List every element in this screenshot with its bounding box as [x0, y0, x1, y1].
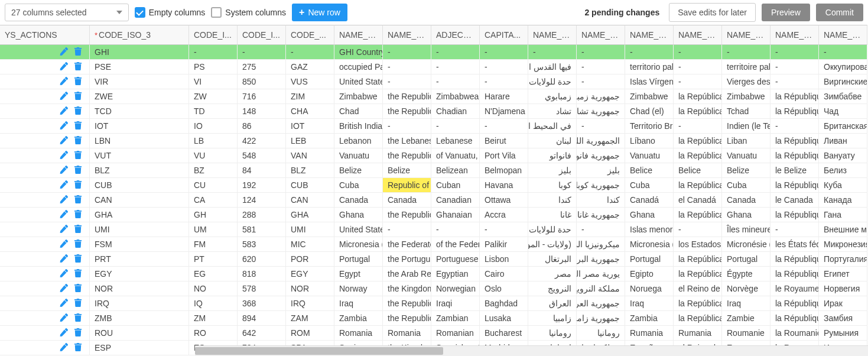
data-cell[interactable]: Egypt [334, 267, 383, 281]
data-cell[interactable]: - [819, 45, 867, 60]
data-cell[interactable]: Belize [722, 163, 771, 178]
data-cell[interactable]: United States [334, 222, 383, 237]
data-cell[interactable]: Líbano [625, 134, 674, 148]
data-cell[interactable]: PS [189, 60, 238, 75]
data-cell[interactable]: فانواتو [528, 148, 577, 163]
data-cell[interactable]: Portuguese [431, 252, 480, 267]
data-cell[interactable]: Zimbabwe [722, 89, 771, 104]
data-cell[interactable]: the Republic [383, 311, 431, 326]
data-cell[interactable]: - [674, 222, 722, 237]
data-cell[interactable]: - [238, 45, 286, 60]
data-cell[interactable]: Zambia [334, 311, 383, 326]
column-header[interactable]: NAME_F... [577, 25, 625, 45]
trash-icon[interactable] [74, 77, 83, 86]
data-cell[interactable]: Égypte [722, 267, 771, 281]
data-cell[interactable]: PRT [90, 252, 189, 267]
data-cell[interactable]: la République [771, 311, 819, 326]
data-cell[interactable]: la República c [674, 208, 722, 222]
data-cell[interactable]: Zimbabwe [334, 89, 383, 104]
data-cell[interactable]: Belize [383, 163, 431, 178]
data-cell[interactable]: Chad [334, 104, 383, 119]
data-cell[interactable]: la République [771, 104, 819, 119]
data-cell[interactable]: la République [771, 208, 819, 222]
trash-icon[interactable] [74, 166, 83, 175]
data-cell[interactable]: Вануату [819, 148, 867, 163]
data-cell[interactable]: the Republic [383, 208, 431, 222]
edit-icon[interactable] [60, 62, 69, 72]
data-cell[interactable]: - [383, 75, 431, 89]
data-cell[interactable]: 368 [238, 296, 286, 311]
data-cell[interactable]: ESP [90, 341, 189, 355]
data-cell[interactable]: GHA [286, 208, 334, 222]
data-cell[interactable]: 124 [238, 193, 286, 208]
edit-icon[interactable] [60, 166, 69, 175]
data-cell[interactable]: Ghana [625, 208, 674, 222]
data-cell[interactable]: GHI Country [334, 45, 383, 60]
data-cell[interactable]: Liban [722, 134, 771, 148]
data-cell[interactable]: - [431, 75, 480, 89]
data-cell[interactable]: في المحيط الهندي [528, 119, 577, 134]
horizontal-scrollbar[interactable] [195, 345, 868, 356]
data-cell[interactable]: Внешние ма [819, 222, 867, 237]
data-cell[interactable]: مصر [528, 267, 577, 281]
data-cell[interactable]: (ولايات - الموحدة) [528, 237, 577, 252]
data-cell[interactable]: Zimbabwe [625, 89, 674, 104]
trash-icon[interactable] [74, 180, 83, 190]
data-cell[interactable]: 583 [238, 237, 286, 252]
data-cell[interactable]: Noruega [625, 281, 674, 296]
data-cell[interactable]: ROM [286, 326, 334, 341]
data-cell[interactable]: MIC [286, 237, 334, 252]
data-cell[interactable]: Румыния [819, 326, 867, 341]
data-cell[interactable]: VIR [90, 75, 189, 89]
data-cell[interactable]: Cuba [722, 178, 771, 193]
data-cell[interactable]: TCD [90, 104, 189, 119]
data-cell[interactable]: la República A [674, 267, 722, 281]
column-header[interactable]: YS_ACTIONS [0, 25, 90, 45]
data-cell[interactable]: Британская [819, 119, 867, 134]
data-cell[interactable]: UM [189, 222, 238, 237]
data-cell[interactable]: CAN [90, 193, 189, 208]
data-cell[interactable]: la République [771, 89, 819, 104]
column-header[interactable]: NAME_S... [625, 25, 674, 45]
data-cell[interactable]: Зимбабве [819, 89, 867, 104]
data-cell[interactable]: the Republic [383, 89, 431, 104]
data-cell[interactable]: ZWE [90, 89, 189, 104]
data-cell[interactable]: Harare [480, 89, 528, 104]
data-cell[interactable]: la République [771, 178, 819, 193]
data-cell[interactable]: - [577, 60, 625, 75]
data-cell[interactable]: Ливан [819, 134, 867, 148]
data-cell[interactable]: el Canadá [674, 193, 722, 208]
data-cell[interactable]: ZM [189, 311, 238, 326]
data-cell[interactable]: Португалия [819, 252, 867, 267]
trash-icon[interactable] [74, 106, 83, 116]
data-cell[interactable]: 642 [238, 326, 286, 341]
data-cell[interactable]: 148 [238, 104, 286, 119]
trash-icon[interactable] [74, 92, 83, 101]
data-cell[interactable]: Rumania [674, 326, 722, 341]
data-cell[interactable]: la République [771, 267, 819, 281]
data-cell[interactable]: PSE [90, 60, 189, 75]
edit-icon[interactable] [60, 151, 69, 160]
data-cell[interactable]: CHA [286, 104, 334, 119]
data-cell[interactable]: la République [771, 296, 819, 311]
data-cell[interactable]: Belize [334, 163, 383, 178]
data-cell[interactable]: كندا [528, 193, 577, 208]
trash-icon[interactable] [74, 47, 83, 57]
data-cell[interactable]: - [480, 60, 528, 75]
data-cell[interactable]: Portugal [722, 252, 771, 267]
column-header[interactable]: CAPITA... [480, 25, 528, 45]
data-cell[interactable]: NOR [286, 281, 334, 296]
column-header[interactable]: NAME_F... [771, 25, 819, 45]
data-cell[interactable]: los Estados F [674, 237, 722, 252]
data-cell[interactable]: Cuba [334, 178, 383, 193]
data-cell[interactable]: 850 [238, 75, 286, 89]
edit-icon[interactable] [60, 210, 69, 219]
data-cell[interactable]: - [771, 222, 819, 237]
data-cell[interactable]: Iraqi [431, 296, 480, 311]
data-cell[interactable]: جمهورية العراق [577, 296, 625, 311]
data-cell[interactable]: 894 [238, 311, 286, 326]
data-cell[interactable]: Белиз [819, 163, 867, 178]
data-cell[interactable]: Micronesia (E [625, 237, 674, 252]
data-cell[interactable]: - [431, 119, 480, 134]
data-cell[interactable]: الجمهورية اللبنانية [577, 134, 625, 148]
